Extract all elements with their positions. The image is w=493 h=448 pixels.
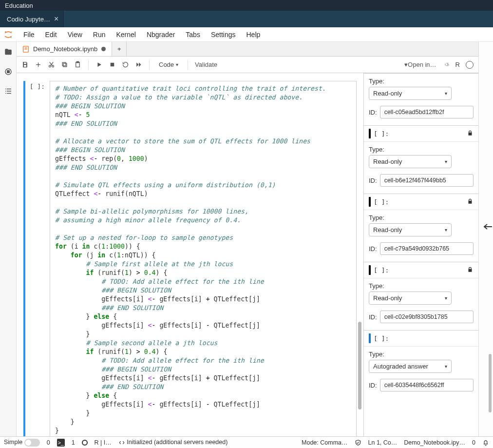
codio-tab-row: Codio Jupyte… × (0, 11, 493, 27)
run-cell-button[interactable] (95, 61, 103, 68)
codio-tab[interactable]: Codio Jupyte… × (0, 11, 65, 27)
unsaved-dot-icon (101, 47, 106, 51)
notification-bell-icon[interactable] (482, 439, 489, 446)
cell-type-select[interactable]: Read-only▾ (369, 155, 452, 168)
notebook-tab-label: Demo_Notebook.ipynb (33, 45, 97, 53)
nbgrader-cell-card[interactable]: [ ]:Type:Read-only▾ID:cell-b6e12f467f449… (364, 125, 478, 194)
menu-help[interactable]: Help (241, 29, 265, 40)
cell-type-select[interactable]: Code ▾ (156, 59, 181, 70)
nbgrader-cell-card[interactable]: [ ]:Type:Read-only▾ID:cell-c79a549d0932b… (364, 194, 478, 262)
terminal-icon[interactable]: >_ (57, 439, 65, 447)
svg-point-2 (11, 31, 12, 32)
cut-cell-button[interactable] (48, 61, 55, 68)
cell-type-select[interactable]: Read-only▾ (369, 223, 452, 236)
nbgrader-card-header[interactable]: [ ]: (364, 331, 478, 347)
document-tab-row: Demo_Notebook.ipynb + (17, 42, 478, 57)
gear-icon[interactable] (442, 61, 450, 68)
menu-nbgrader[interactable]: Nbgrader (142, 29, 180, 40)
card-prompt: [ ]: (374, 335, 389, 342)
close-icon[interactable]: × (54, 15, 58, 23)
id-label: ID: (369, 313, 377, 321)
caret-down-icon: ▾ (445, 295, 447, 301)
save-button[interactable] (21, 61, 29, 68)
cell-type-select[interactable]: Read-only▾ (369, 87, 452, 100)
jupyter-logo-icon (2, 28, 15, 41)
menu-view[interactable]: View (63, 29, 87, 40)
cell-id-field[interactable]: cell-6035448f6c6562ff (380, 379, 474, 391)
tab-notebook[interactable]: Demo_Notebook.ipynb (17, 42, 112, 56)
notebook-scrollbar[interactable] (358, 322, 361, 409)
type-label: Type: (369, 351, 474, 358)
cell-type-value: Read-only (373, 158, 402, 165)
new-launcher-button[interactable]: + (112, 42, 127, 56)
cell-id-field[interactable]: cell-c79a549d0932b765 (380, 242, 474, 255)
menu-kernel[interactable]: Kernel (111, 29, 140, 40)
caret-down-icon: ▾ (445, 227, 447, 233)
kernel-busy-icon (82, 440, 88, 446)
caret-down-icon: ▾ (445, 91, 447, 96)
restart-run-all-button[interactable] (135, 61, 142, 68)
id-label: ID: (369, 245, 377, 253)
app-title: Education (5, 2, 33, 9)
cell-prompt: [ ]: (27, 81, 48, 436)
nbgrader-cell-card[interactable]: Type:Read-only▾ID:cell-c05ead5bd12ffb2f (364, 73, 478, 125)
restart-kernel-button[interactable] (122, 61, 129, 68)
svg-rect-8 (7, 91, 11, 92)
switch-icon[interactable] (24, 439, 40, 447)
type-label: Type: (369, 78, 474, 85)
toc-icon[interactable] (4, 87, 13, 96)
caret-down-icon: ▾ (445, 159, 447, 164)
paste-cell-button[interactable] (74, 61, 81, 68)
nbgrader-cell-card[interactable]: [ ]:Type:Read-only▾ID:cell-c02e9bf8305b1… (364, 262, 478, 330)
type-label: Type: (369, 214, 474, 221)
notebook-area[interactable]: [ ]: # Number of quantitative trait loci… (17, 73, 363, 436)
nbgrader-cell-card[interactable]: [ ]:Type:Autograded answer▾ID:cell-60354… (364, 330, 478, 398)
menu-edit[interactable]: Edit (40, 29, 62, 40)
insert-cell-button[interactable] (35, 61, 42, 68)
interrupt-kernel-button[interactable] (109, 61, 116, 68)
file-browser-icon[interactable] (4, 48, 13, 57)
type-label: Type: (369, 282, 474, 290)
caret-down-icon: ▾ (445, 364, 447, 369)
cell-selection-indicator (23, 81, 25, 436)
menu-file[interactable]: File (19, 29, 39, 40)
nbgrader-card-header[interactable]: [ ]: (364, 262, 478, 278)
svg-rect-17 (62, 62, 66, 66)
cell-type-select[interactable]: Autograded answer▾ (369, 360, 452, 373)
cell-id-field[interactable]: cell-c02e9bf8305b1785 (380, 311, 474, 323)
menu-settings[interactable]: Settings (206, 29, 241, 40)
kernel-name[interactable]: R (455, 61, 460, 68)
cell-editor[interactable]: # Number of quantitative trait loci cont… (50, 81, 357, 436)
svg-rect-16 (63, 63, 67, 67)
id-label: ID: (369, 177, 377, 184)
right-scrollbar[interactable] (489, 354, 492, 412)
editor-mode[interactable]: Mode: Comma… (302, 439, 347, 446)
cursor-position[interactable]: Ln 1, Co… (368, 439, 398, 446)
menu-tabs[interactable]: Tabs (181, 29, 205, 40)
svg-rect-4 (7, 71, 9, 73)
copy-cell-button[interactable] (61, 61, 68, 68)
open-in-menu[interactable]: ▾ Open in… (404, 61, 436, 68)
status-filename[interactable]: Demo_Notebook.ipy… (404, 439, 465, 446)
right-collapsed-panel[interactable] (478, 42, 493, 436)
validate-button[interactable]: Validate (195, 61, 217, 68)
menu-run[interactable]: Run (88, 29, 111, 40)
code-cell[interactable]: [ ]: # Number of quantitative trait loci… (23, 81, 357, 436)
simple-mode-toggle[interactable]: Simple (4, 439, 40, 447)
cell-id-field[interactable]: cell-c05ead5bd12ffb2f (380, 106, 474, 118)
nbgrader-card-header[interactable]: [ ]: (364, 126, 478, 142)
nbgrader-card-header[interactable]: [ ]: (364, 194, 478, 210)
trusted-icon[interactable] (355, 439, 361, 446)
svg-rect-19 (77, 61, 79, 63)
cell-id-field[interactable]: cell-b6e12f467f449bb5 (380, 174, 474, 187)
lsp-status[interactable]: Initialized (additional servers needed) (118, 439, 228, 446)
type-label: Type: (369, 146, 474, 153)
running-kernels-icon[interactable] (4, 67, 13, 76)
expand-handle-icon[interactable] (480, 223, 493, 230)
status-bar: Simple 0 >_ 1 R | I… Initialized (additi… (0, 436, 493, 448)
cell-type-value: Read-only (373, 90, 402, 97)
status-kernel-name[interactable]: R | I… (95, 439, 112, 446)
svg-rect-6 (7, 89, 11, 90)
kernel-status-icon[interactable] (466, 61, 474, 69)
cell-type-select[interactable]: Read-only▾ (369, 292, 452, 305)
